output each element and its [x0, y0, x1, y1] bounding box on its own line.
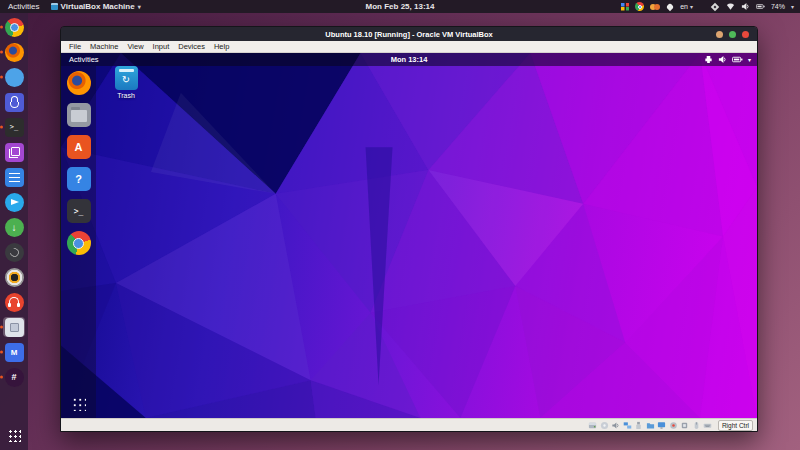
dock-item-vm-app[interactable]: M: [3, 342, 25, 362]
virtualbox-app-icon: [5, 318, 24, 337]
close-button[interactable]: [742, 31, 749, 38]
dock-item-terminal[interactable]: >_: [3, 117, 25, 137]
volume-icon[interactable]: [741, 2, 750, 11]
dock-item-slack[interactable]: #: [3, 367, 25, 387]
guest-screen[interactable]: Activities Mon 13:14 ▾: [61, 53, 757, 418]
guest-dock-item-help[interactable]: ?: [67, 167, 91, 191]
terminal-icon: >_: [5, 118, 24, 137]
virtualbox-menubar: File Machine View Input Devices Help: [61, 41, 757, 53]
guest-dock-item-terminal[interactable]: >_: [67, 199, 91, 223]
running-indicator: [0, 376, 3, 379]
mouse-integration-icon[interactable]: [692, 421, 701, 430]
network-icon: [704, 55, 713, 64]
optical-disc-icon[interactable]: [600, 421, 609, 430]
camera-lens-icon: [5, 268, 24, 287]
menu-devices[interactable]: Devices: [178, 42, 205, 51]
keyboard-icon[interactable]: [703, 421, 712, 430]
host-app-menu-label: VirtualBox Machine: [61, 2, 135, 11]
guest-dock-item-files[interactable]: [67, 103, 91, 127]
virtualbox-window: Ubuntu 18.10 [Running] - Oracle VM Virtu…: [60, 26, 758, 432]
chrome-tray-icon[interactable]: [635, 2, 644, 11]
host-key-label: Right Ctrl: [718, 420, 753, 431]
dock-item-software-store[interactable]: [3, 92, 25, 112]
dock-item-download-manager[interactable]: ↓: [3, 217, 25, 237]
running-indicator: [0, 26, 3, 29]
host-activities-button[interactable]: Activities: [8, 2, 40, 11]
sliders-icon: [5, 168, 24, 187]
dock-item-screenshot-tool[interactable]: [3, 142, 25, 162]
host-top-bar: Activities VirtualBox Machine ▾ Mon Feb …: [0, 0, 800, 13]
battery-icon: [732, 55, 743, 64]
running-indicator: [0, 351, 3, 354]
usb-icon[interactable]: [634, 421, 643, 430]
minimize-button[interactable]: [716, 31, 723, 38]
guest-wallpaper[interactable]: [61, 53, 757, 418]
dock-item-dark-app[interactable]: [3, 242, 25, 262]
host-dock: >_ ↓ M #: [0, 13, 28, 450]
dock-item-telegram[interactable]: [3, 192, 25, 212]
host-clock[interactable]: Mon Feb 25, 13:14: [366, 2, 435, 11]
slack-icon: #: [5, 368, 24, 387]
guest-dock-item-ubuntu-software[interactable]: A: [67, 135, 91, 159]
guest-system-menu[interactable]: ▾: [704, 55, 757, 64]
hard-disk-icon[interactable]: [588, 421, 597, 430]
host-desktop[interactable]: Activities VirtualBox Machine ▾ Mon Feb …: [0, 0, 800, 450]
virtualbox-titlebar[interactable]: Ubuntu 18.10 [Running] - Oracle VM Virtu…: [61, 27, 757, 41]
host-app-menu[interactable]: VirtualBox Machine ▾: [51, 2, 141, 11]
maximize-button[interactable]: [729, 31, 736, 38]
shared-folders-icon[interactable]: [646, 421, 655, 430]
guest-show-applications-button[interactable]: [71, 396, 86, 411]
running-indicator: [0, 126, 3, 129]
guest-dock-item-chrome[interactable]: [67, 231, 91, 255]
dock-item-virtualbox-active[interactable]: [3, 317, 25, 337]
battery-percent: 74%: [771, 3, 785, 10]
legacy-tray-icon[interactable]: [711, 2, 719, 10]
menu-view[interactable]: View: [127, 42, 143, 51]
chevron-down-icon: ▾: [748, 56, 751, 63]
network-icon[interactable]: [623, 421, 632, 430]
contacts-icon[interactable]: [650, 2, 659, 11]
chrome-icon: [5, 18, 24, 37]
guest-top-bar: Activities Mon 13:14 ▾: [61, 53, 757, 66]
features-icon[interactable]: [680, 421, 689, 430]
dock-item-settings-sliders[interactable]: [3, 167, 25, 187]
crop-icon: [5, 143, 24, 162]
running-indicator: [0, 326, 3, 329]
dock-item-camera-lens-app[interactable]: [3, 267, 25, 287]
battery-icon[interactable]: [756, 2, 765, 11]
guest-dock-item-firefox[interactable]: [67, 71, 91, 95]
virtualbox-status-bar: Right Ctrl: [61, 418, 757, 431]
audio-icon[interactable]: [611, 421, 620, 430]
software-store-icon: [5, 93, 24, 112]
menu-help[interactable]: Help: [214, 42, 229, 51]
trash-label: Trash: [117, 92, 135, 99]
download-arrow-icon: ↓: [5, 218, 24, 237]
volume-icon: [718, 55, 727, 64]
guest-clock[interactable]: Mon 13:14: [391, 55, 428, 64]
chevron-down-icon: ▾: [138, 3, 141, 10]
trash-icon: ↻: [115, 66, 138, 90]
keyboard-layout-indicator[interactable]: en ▾: [680, 3, 693, 10]
dock-item-chrome[interactable]: [3, 17, 25, 37]
host-show-applications-button[interactable]: [7, 428, 21, 442]
workspaces-grid-icon[interactable]: [621, 3, 629, 11]
menu-machine[interactable]: Machine: [90, 42, 118, 51]
recycle-glyph: ↻: [122, 75, 130, 85]
dock-item-headphones-app[interactable]: [3, 292, 25, 312]
trash-desktop-icon[interactable]: ↻ Trash: [103, 66, 149, 99]
display-icon[interactable]: [657, 421, 666, 430]
chevron-down-icon: ▾: [690, 3, 693, 10]
guest-activities-button[interactable]: Activities: [61, 55, 99, 64]
guest-dock: A ? >_: [61, 66, 96, 418]
window-title: Ubuntu 18.10 [Running] - Oracle VM Virtu…: [325, 30, 492, 39]
running-indicator: [0, 51, 3, 54]
dock-item-firefox[interactable]: [3, 42, 25, 62]
recording-icon[interactable]: [669, 421, 678, 430]
wifi-icon[interactable]: [726, 2, 735, 11]
dock-item-blue-app[interactable]: [3, 67, 25, 87]
menu-input[interactable]: Input: [153, 42, 170, 51]
location-pin-icon[interactable]: [665, 2, 673, 10]
blue-circle-app-icon: [5, 68, 24, 87]
menu-file[interactable]: File: [69, 42, 81, 51]
system-menu-caret[interactable]: ▾: [791, 3, 794, 10]
